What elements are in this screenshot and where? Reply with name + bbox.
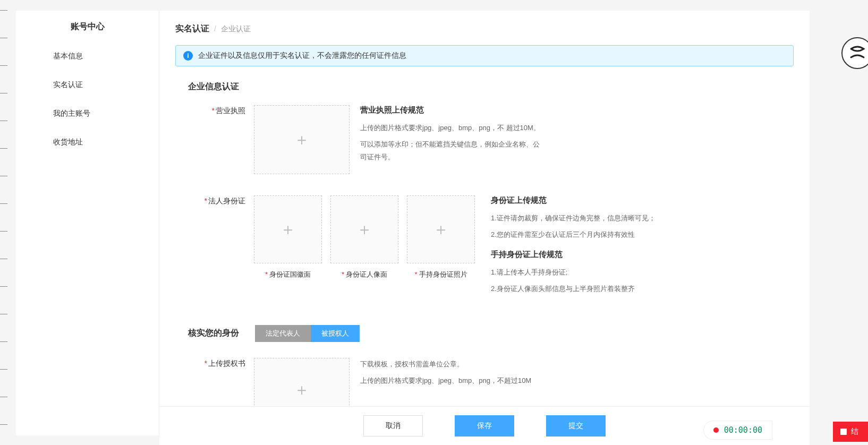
upload-id-emblem[interactable]: ＋ [254, 195, 322, 263]
hint-text: 上传的图片格式要求jpg、jpeg、bmp、png，不超过10M [360, 374, 531, 387]
sidebar: 账号中心 基本信息 实名认证 我的主账号 收货地址 [16, 11, 159, 435]
breadcrumb: 实名认证 / 企业认证 [175, 23, 794, 35]
hints-id-card: 身份证上传规范 1.证件请勿裁剪，确保证件边角完整，信息清晰可见； 2.您的证件… [491, 195, 656, 304]
stop-icon [840, 429, 847, 435]
recording-timer: 00:00:00 [703, 421, 772, 440]
label-business-license: *营业执照 [188, 105, 254, 116]
tab-authorized[interactable]: 被授权人 [311, 325, 360, 342]
upload-item-id-emblem: ＋ *身份证国徽面 [254, 195, 322, 279]
submit-button[interactable]: 提交 [546, 415, 606, 437]
caption-id-portrait: *身份证人像面 [342, 270, 387, 279]
plus-icon: ＋ [356, 221, 372, 237]
breadcrumb-sub: 企业认证 [221, 24, 251, 33]
hint-text: 2.您的证件需至少在认证后三个月内保持有效性 [491, 228, 656, 241]
tab-legal-rep[interactable]: 法定代表人 [255, 325, 311, 342]
upload-business-license[interactable]: ＋ [254, 105, 350, 174]
breadcrumb-main: 实名认证 [175, 24, 209, 33]
section-title-identity: 核实您的身份 [188, 328, 239, 339]
cancel-button[interactable]: 取消 [363, 415, 423, 437]
hints-business-license: 营业执照上传规范 上传的图片格式要求jpg、jpeg、bmp、png，不 超过1… [360, 105, 541, 167]
hints-title: 身份证上传规范 [491, 195, 656, 206]
info-icon: i [183, 51, 193, 61]
hints-authorization-letter: 下载模板，授权书需盖单位公章。 上传的图片格式要求jpg、jpeg、bmp、pn… [360, 358, 531, 391]
save-button[interactable]: 保存 [455, 415, 514, 437]
main-content: 实名认证 / 企业认证 i 企业证件以及信息仅用于实名认证，不会泄露您的任何证件… [159, 11, 810, 445]
section-identity-verify-header: 核实您的身份 法定代表人 被授权人 [188, 325, 794, 342]
plus-icon: ＋ [294, 132, 310, 148]
timer-value: 00:00:00 [724, 425, 762, 435]
breadcrumb-sep: / [214, 24, 216, 33]
upload-id-portrait[interactable]: ＋ [330, 195, 398, 263]
hint-text: 下载模板，授权书需盖单位公章。 [360, 358, 531, 370]
alert-text: 企业证件以及信息仅用于实名认证，不会泄露您的任何证件信息 [198, 51, 406, 61]
left-edge-marks [0, 0, 11, 445]
section-title-company-auth: 企业信息认证 [188, 81, 794, 92]
id-uploads-group: ＋ *身份证国徽面 ＋ *身份证人像面 ＋ *手持身份证照片 [254, 195, 475, 279]
label-authorization-letter: *上传授权书 [188, 358, 254, 369]
upload-item-id-portrait: ＋ *身份证人像面 [330, 195, 398, 279]
plus-icon: ＋ [294, 382, 310, 398]
label-id-card: *法人身份证 [188, 195, 254, 206]
caption-id-holding: *手持身份证照片 [414, 270, 467, 279]
sidebar-item-basic-info[interactable]: 基本信息 [16, 42, 159, 71]
info-alert: i 企业证件以及信息仅用于实名认证，不会泄露您的任何证件信息 [175, 45, 794, 66]
upload-item-id-holding: ＋ *手持身份证照片 [407, 195, 475, 279]
hint-text: 1.证件请勿裁剪，确保证件边角完整，信息清晰可见； [491, 212, 656, 224]
upload-id-holding[interactable]: ＋ [407, 195, 475, 263]
plus-icon: ＋ [433, 221, 449, 237]
hints-title: 手持身份证上传规范 [491, 250, 656, 260]
row-id-card: *法人身份证 ＋ *身份证国徽面 ＋ *身份证人像面 ＋ *手持身份证照片 身份… [188, 195, 794, 304]
hints-title: 营业执照上传规范 [360, 105, 541, 115]
hint-text: 1.请上传本人手持身份证; [491, 266, 656, 278]
identity-tabs: 法定代表人 被授权人 [255, 325, 360, 342]
sidebar-title: 账号中心 [16, 11, 159, 42]
stop-recording-button[interactable]: 结 [833, 422, 868, 442]
caption-id-emblem: *身份证国徽面 [265, 270, 311, 279]
sidebar-item-main-account[interactable]: 我的主账号 [16, 99, 159, 128]
sidebar-item-real-name-auth[interactable]: 实名认证 [16, 71, 159, 99]
sidebar-item-address[interactable]: 收货地址 [16, 128, 159, 157]
hint-text: 2.身份证人像面头部信息与上半身照片着装整齐 [491, 283, 656, 295]
floating-badge-icon[interactable] [841, 37, 868, 69]
row-business-license: *营业执照 ＋ 营业执照上传规范 上传的图片格式要求jpg、jpeg、bmp、p… [188, 105, 794, 174]
plus-icon: ＋ [280, 221, 296, 237]
hint-text: 上传的图片格式要求jpg、jpeg、bmp、png，不 超过10M。 [360, 122, 541, 134]
hint-text: 可以添加等水印；但不能遮挡关键信息，例如企业名称、公司证件号。 [360, 138, 541, 163]
record-dot-icon [713, 427, 719, 433]
stop-label: 结 [851, 427, 858, 437]
